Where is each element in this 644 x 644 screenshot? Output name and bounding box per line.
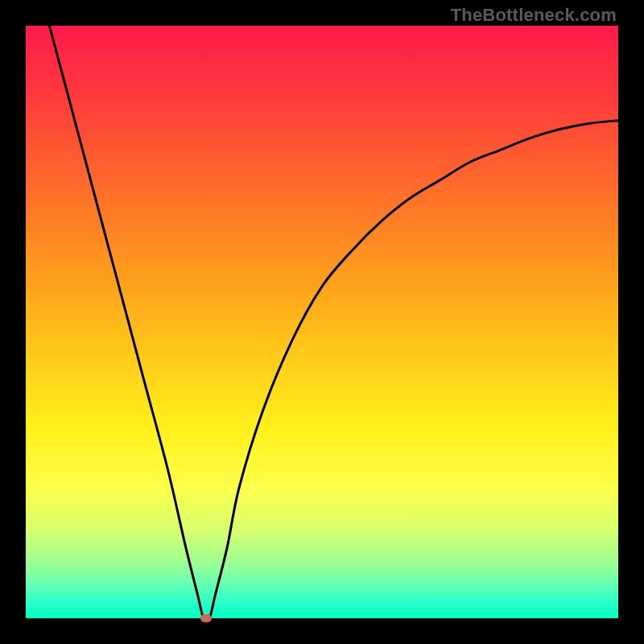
chart-frame: TheBottleneck.com xyxy=(0,0,644,644)
bottleneck-curve xyxy=(26,26,618,618)
watermark-text: TheBottleneck.com xyxy=(451,5,617,26)
chart-plot-area xyxy=(26,26,618,618)
minimum-marker xyxy=(200,614,212,622)
